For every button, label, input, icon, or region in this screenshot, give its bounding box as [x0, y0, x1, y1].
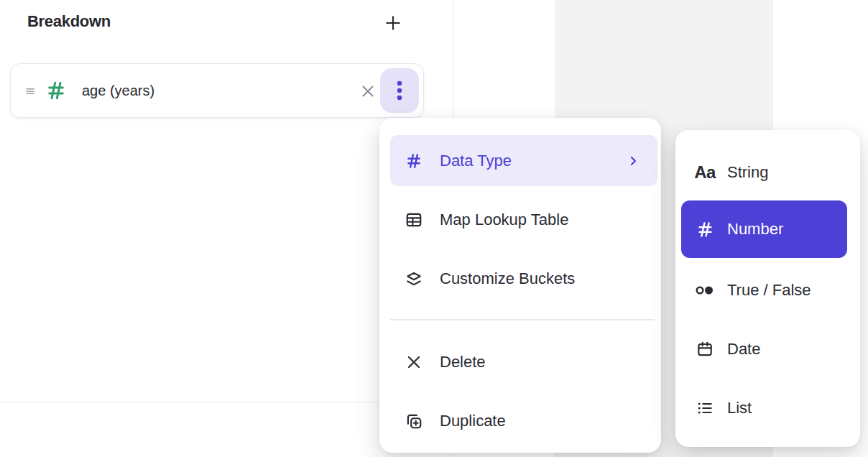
submenu-item-label: Number — [727, 220, 783, 239]
submenu-item-true-false[interactable]: True / False — [675, 265, 860, 315]
menu-item-label: Duplicate — [440, 412, 506, 430]
menu-item-label: Data Type — [440, 152, 512, 170]
chevron-right-icon — [626, 154, 640, 168]
remove-field-button[interactable] — [356, 80, 379, 103]
kebab-menu-icon — [390, 78, 409, 103]
submenu-item-number[interactable]: Number — [681, 200, 847, 258]
menu-item-duplicate[interactable]: Duplicate — [379, 396, 661, 446]
menu-item-customize-buckets[interactable]: Customize Buckets — [379, 254, 661, 304]
field-options-button[interactable] — [380, 68, 419, 113]
add-breakdown-button[interactable] — [381, 11, 405, 35]
submenu-item-date[interactable]: Date — [675, 324, 860, 374]
table-icon — [405, 211, 423, 229]
stack-icon — [405, 269, 423, 288]
field-label: age (years) — [82, 64, 154, 117]
menu-item-delete[interactable]: Delete — [379, 337, 661, 387]
true-false-circles-icon — [693, 280, 717, 300]
menu-separator — [390, 319, 655, 320]
hash-icon — [45, 79, 68, 102]
menu-item-data-type[interactable]: Data Type — [390, 135, 657, 186]
hash-icon — [405, 152, 423, 170]
plus-icon — [383, 13, 403, 33]
submenu-item-label: True / False — [727, 281, 811, 300]
drag-handle-icon[interactable] — [23, 84, 37, 98]
submenu-item-string[interactable]: Aa String — [675, 147, 860, 198]
submenu-item-label: String — [727, 163, 768, 182]
page-title: Breakdown — [27, 12, 111, 31]
menu-item-label: Customize Buckets — [440, 269, 575, 288]
calendar-icon — [693, 339, 717, 359]
menu-item-label: Delete — [440, 353, 486, 371]
close-icon — [359, 83, 377, 100]
duplicate-icon — [405, 412, 423, 430]
submenu-item-label: Date — [727, 340, 760, 359]
context-menu: Data Type Map Lookup Table Customize Buc… — [379, 118, 661, 453]
menu-item-map-lookup-table[interactable]: Map Lookup Table — [379, 195, 661, 245]
data-type-submenu: Aa String Number True / False Date List — [675, 130, 860, 447]
submenu-item-label: List — [727, 399, 752, 417]
submenu-item-list[interactable]: List — [675, 383, 860, 433]
x-icon — [405, 353, 423, 371]
breakdown-field-card[interactable]: age (years) — [10, 63, 424, 118]
list-icon — [693, 398, 717, 418]
menu-item-label: Map Lookup Table — [440, 211, 568, 229]
aa-icon: Aa — [693, 162, 717, 183]
hash-icon — [693, 219, 717, 239]
